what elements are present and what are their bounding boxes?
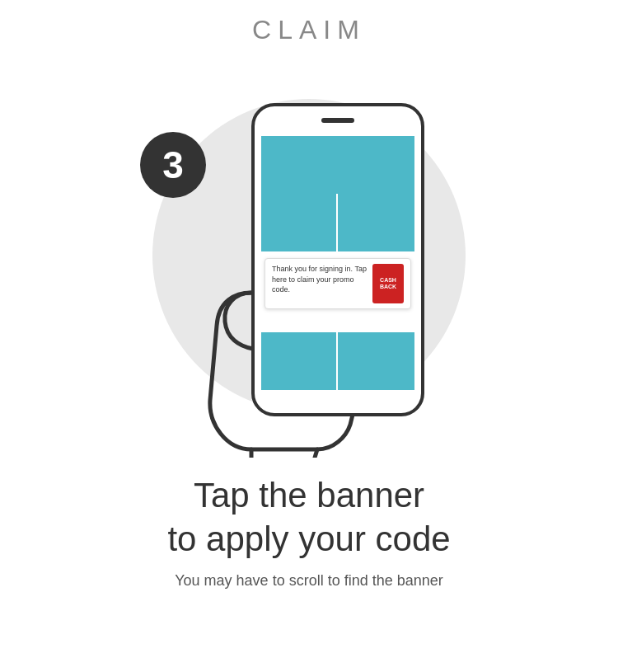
illustration-area: 3 — [103, 54, 515, 466]
notification-text: Thank you for signing in. Tap here to cl… — [272, 264, 368, 295]
heading-line2: to apply your code — [167, 518, 450, 562]
back-text: BACK — [380, 284, 396, 290]
screen-top-section — [261, 136, 414, 194]
phone-frame: Thank you for signing in. Tap here to cl… — [251, 103, 424, 416]
screen-mid-section — [261, 194, 414, 251]
phone-screen: Thank you for signing in. Tap here to cl… — [261, 136, 414, 390]
notification-banner: Thank you for signing in. Tap here to cl… — [265, 258, 411, 309]
step-number: 3 — [162, 143, 184, 187]
sub-heading: You may have to scroll to find the banne… — [167, 572, 450, 590]
screen-bot-right — [338, 332, 414, 390]
main-text-area: Tap the banner to apply your code You ma… — [167, 474, 450, 590]
screen-bottom-section — [261, 332, 414, 390]
hand-phone-illustration: Thank you for signing in. Tap here to cl… — [185, 78, 466, 458]
step-badge: 3 — [140, 132, 206, 198]
cashback-badge: CASH BACK — [372, 264, 404, 303]
screen-mid-right — [338, 194, 414, 251]
main-heading: Tap the banner to apply your code — [167, 474, 450, 561]
heading-line1: Tap the banner — [167, 474, 450, 518]
page-title: CLAIM — [252, 15, 366, 45]
screen-bot-left — [261, 332, 338, 390]
screen-mid-left — [261, 194, 338, 251]
phone-speaker — [321, 118, 354, 123]
cash-text: CASH — [380, 277, 396, 284]
